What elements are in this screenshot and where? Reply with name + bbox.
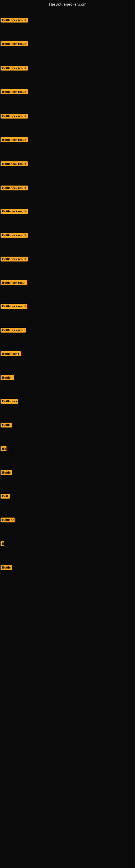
bottleneck-badge[interactable]: Bott <box>1 494 10 499</box>
bottleneck-badge[interactable]: Bottleneck result <box>1 233 28 238</box>
bottleneck-result-row: Bottlene <box>1 518 14 524</box>
bottleneck-result-row: Bott <box>1 494 10 500</box>
bottleneck-badge[interactable]: Bottleneck result <box>1 304 27 309</box>
bottleneck-badge[interactable]: Bottlen <box>1 375 14 380</box>
bottleneck-badge[interactable]: Bottleneck resul <box>1 328 26 333</box>
bottleneck-result-row: Bottle <box>1 565 12 571</box>
bottleneck-badge[interactable]: Bottle <box>1 470 12 475</box>
bottleneck-badge[interactable]: Bottleneck r <box>1 351 21 356</box>
bottleneck-badge[interactable]: Bottleneck result <box>1 257 28 261</box>
bottleneck-result-row: Bottleneck r <box>1 351 21 357</box>
bottleneck-result-row: Bottleneck result <box>1 114 28 120</box>
bottleneck-result-row: Bottleneck result <box>1 66 28 72</box>
bottleneck-badge[interactable]: Bottleneck result <box>1 137 28 142</box>
bottleneck-result-row: Bottleneck result <box>1 233 28 239</box>
bottleneck-badge[interactable]: Bottle <box>1 423 12 428</box>
bottleneck-result-row: Bottlen <box>1 375 14 381</box>
bottleneck-result-row: Bottleneck <box>1 399 18 405</box>
bottleneck-result-row: Bottleneck result <box>1 18 28 24</box>
bottleneck-result-row: Bottleneck result <box>1 186 28 191</box>
bottleneck-result-row: Bottleneck result <box>1 89 28 95</box>
bottleneck-badge[interactable]: Bottleneck result <box>1 18 28 23</box>
site-title: TheBottlenecker.com <box>0 0 135 8</box>
bottleneck-result-row: Bottleneck result <box>1 304 27 310</box>
bottleneck-badge[interactable]: Bottlene <box>1 518 14 522</box>
bottleneck-result-row: Bottle <box>1 423 12 429</box>
bottleneck-result-row: B <box>1 541 4 547</box>
bottleneck-badge[interactable]: Bo <box>1 446 6 451</box>
bottleneck-badge[interactable]: Bottleneck resul <box>1 280 27 285</box>
bottleneck-result-row: Bottleneck result <box>1 257 28 262</box>
bottleneck-result-row: Bottle <box>1 470 12 476</box>
bottleneck-result-row: Bottleneck result <box>1 161 28 167</box>
bottleneck-badge[interactable]: Bottleneck result <box>1 209 28 214</box>
bottleneck-result-row: Bottleneck result <box>1 209 28 215</box>
bottleneck-result-row: Bo <box>1 446 6 452</box>
bottleneck-result-row: Bottleneck result <box>1 41 28 47</box>
bottleneck-badge[interactable]: Bottleneck result <box>1 89 28 94</box>
bottleneck-badge[interactable]: B <box>1 541 4 546</box>
bottleneck-badge[interactable]: Bottleneck result <box>1 41 28 46</box>
bottleneck-result-row: Bottleneck resul <box>1 280 27 286</box>
bottleneck-result-row: Bottleneck resul <box>1 328 26 334</box>
bottleneck-badge[interactable]: Bottleneck result <box>1 186 28 190</box>
bottleneck-badge[interactable]: Bottleneck result <box>1 114 28 119</box>
bottleneck-badge[interactable]: Bottleneck result <box>1 66 28 70</box>
bottleneck-badge[interactable]: Bottleneck <box>1 399 18 404</box>
bottleneck-badge[interactable]: Bottleneck result <box>1 161 28 166</box>
bottleneck-result-row: Bottleneck result <box>1 137 28 143</box>
bottleneck-badge[interactable]: Bottle <box>1 565 12 570</box>
